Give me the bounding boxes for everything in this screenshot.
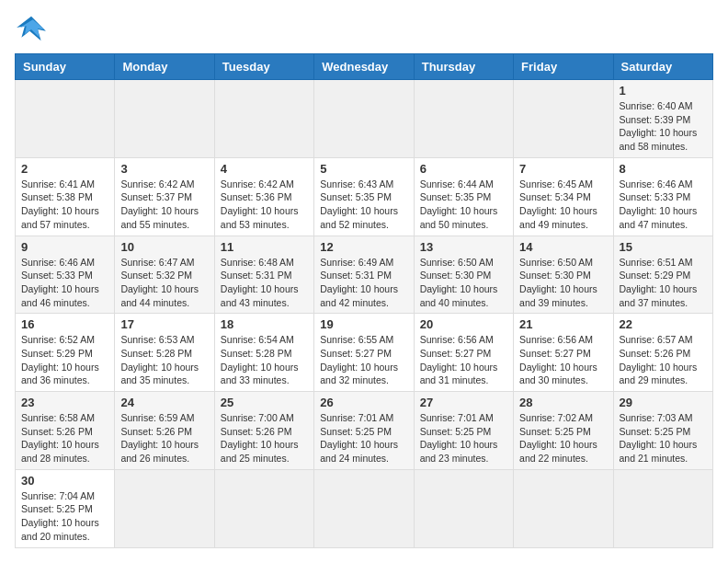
calendar-cell: 10Sunrise: 6:47 AM Sunset: 5:32 PM Dayli… xyxy=(115,236,214,314)
weekday-header: Sunday xyxy=(16,54,115,80)
day-info: Sunrise: 6:50 AM Sunset: 5:30 PM Dayligh… xyxy=(519,256,607,310)
calendar-cell: 29Sunrise: 7:03 AM Sunset: 5:25 PM Dayli… xyxy=(613,392,712,470)
calendar-cell: 18Sunrise: 6:54 AM Sunset: 5:28 PM Dayli… xyxy=(214,314,313,392)
day-info: Sunrise: 6:53 AM Sunset: 5:28 PM Dayligh… xyxy=(120,333,208,387)
day-number: 4 xyxy=(221,162,308,176)
calendar-cell xyxy=(214,469,313,547)
day-info: Sunrise: 6:44 AM Sunset: 5:35 PM Dayligh… xyxy=(420,178,507,232)
day-info: Sunrise: 6:40 AM Sunset: 5:39 PM Dayligh… xyxy=(620,99,707,154)
calendar-cell: 15Sunrise: 6:51 AM Sunset: 5:29 PM Dayli… xyxy=(613,236,712,314)
calendar-cell xyxy=(414,80,513,158)
calendar-cell: 6Sunrise: 6:44 AM Sunset: 5:35 PM Daylig… xyxy=(414,157,513,236)
calendar-week-row: 1Sunrise: 6:40 AM Sunset: 5:39 PM Daylig… xyxy=(16,80,713,158)
calendar-cell xyxy=(314,469,414,547)
calendar-cell: 14Sunrise: 6:50 AM Sunset: 5:30 PM Dayli… xyxy=(514,236,613,314)
day-number: 18 xyxy=(221,317,308,331)
weekday-header: Thursday xyxy=(414,54,513,80)
day-info: Sunrise: 6:45 AM Sunset: 5:34 PM Dayligh… xyxy=(519,178,607,232)
day-number: 1 xyxy=(620,84,707,98)
day-info: Sunrise: 7:03 AM Sunset: 5:25 PM Dayligh… xyxy=(620,411,707,465)
day-info: Sunrise: 6:54 AM Sunset: 5:28 PM Dayligh… xyxy=(221,333,308,387)
day-info: Sunrise: 6:56 AM Sunset: 5:27 PM Dayligh… xyxy=(420,333,507,387)
calendar-cell xyxy=(514,80,613,158)
calendar-week-row: 30Sunrise: 7:04 AM Sunset: 5:25 PM Dayli… xyxy=(16,469,713,547)
day-info: Sunrise: 6:51 AM Sunset: 5:29 PM Dayligh… xyxy=(620,256,707,310)
day-number: 6 xyxy=(420,162,507,176)
calendar-cell: 26Sunrise: 7:01 AM Sunset: 5:25 PM Dayli… xyxy=(314,392,414,470)
weekday-header: Saturday xyxy=(613,54,712,80)
calendar-cell xyxy=(613,469,712,547)
day-number: 20 xyxy=(420,317,507,331)
day-info: Sunrise: 6:58 AM Sunset: 5:26 PM Dayligh… xyxy=(21,411,108,465)
day-info: Sunrise: 6:43 AM Sunset: 5:35 PM Dayligh… xyxy=(320,178,407,232)
day-info: Sunrise: 7:00 AM Sunset: 5:26 PM Dayligh… xyxy=(221,411,308,465)
day-number: 30 xyxy=(21,474,108,488)
day-number: 10 xyxy=(120,240,208,254)
day-number: 23 xyxy=(21,396,108,409)
day-info: Sunrise: 6:47 AM Sunset: 5:32 PM Dayligh… xyxy=(120,256,208,310)
weekday-header: Tuesday xyxy=(214,54,313,80)
calendar-cell xyxy=(115,80,214,158)
day-number: 19 xyxy=(320,317,407,331)
calendar-cell xyxy=(214,80,313,158)
weekday-header: Monday xyxy=(115,54,214,80)
calendar-cell: 25Sunrise: 7:00 AM Sunset: 5:26 PM Dayli… xyxy=(214,392,313,470)
calendar-cell: 7Sunrise: 6:45 AM Sunset: 5:34 PM Daylig… xyxy=(514,157,613,236)
calendar-cell: 16Sunrise: 6:52 AM Sunset: 5:29 PM Dayli… xyxy=(16,314,115,392)
day-info: Sunrise: 7:02 AM Sunset: 5:25 PM Dayligh… xyxy=(519,411,607,465)
day-info: Sunrise: 6:52 AM Sunset: 5:29 PM Dayligh… xyxy=(21,333,108,387)
calendar-week-row: 2Sunrise: 6:41 AM Sunset: 5:38 PM Daylig… xyxy=(16,157,713,236)
calendar-cell: 27Sunrise: 7:01 AM Sunset: 5:25 PM Dayli… xyxy=(414,392,513,470)
calendar-cell: 2Sunrise: 6:41 AM Sunset: 5:38 PM Daylig… xyxy=(16,157,115,236)
logo xyxy=(15,15,51,42)
day-number: 29 xyxy=(620,396,707,409)
calendar-cell xyxy=(115,469,214,547)
day-number: 24 xyxy=(120,396,208,409)
weekday-header: Friday xyxy=(514,54,613,80)
weekday-header: Wednesday xyxy=(314,54,414,80)
day-info: Sunrise: 6:57 AM Sunset: 5:26 PM Dayligh… xyxy=(620,333,707,387)
day-number: 26 xyxy=(320,396,407,409)
calendar-week-row: 23Sunrise: 6:58 AM Sunset: 5:26 PM Dayli… xyxy=(16,392,713,470)
calendar-cell xyxy=(314,80,414,158)
calendar-cell: 11Sunrise: 6:48 AM Sunset: 5:31 PM Dayli… xyxy=(214,236,313,314)
day-number: 16 xyxy=(21,317,108,331)
day-number: 5 xyxy=(320,162,407,176)
calendar-week-row: 16Sunrise: 6:52 AM Sunset: 5:29 PM Dayli… xyxy=(16,314,713,392)
day-info: Sunrise: 6:50 AM Sunset: 5:30 PM Dayligh… xyxy=(420,256,507,310)
day-number: 27 xyxy=(420,396,507,409)
calendar-cell: 13Sunrise: 6:50 AM Sunset: 5:30 PM Dayli… xyxy=(414,236,513,314)
calendar-cell: 20Sunrise: 6:56 AM Sunset: 5:27 PM Dayli… xyxy=(414,314,513,392)
day-info: Sunrise: 6:55 AM Sunset: 5:27 PM Dayligh… xyxy=(320,333,407,387)
calendar-cell xyxy=(414,469,513,547)
day-number: 3 xyxy=(120,162,208,176)
day-info: Sunrise: 6:46 AM Sunset: 5:33 PM Dayligh… xyxy=(21,256,108,310)
calendar-cell: 1Sunrise: 6:40 AM Sunset: 5:39 PM Daylig… xyxy=(613,80,712,158)
day-info: Sunrise: 6:56 AM Sunset: 5:27 PM Dayligh… xyxy=(519,333,607,387)
day-number: 12 xyxy=(320,240,407,254)
day-number: 15 xyxy=(620,240,707,254)
calendar-cell: 30Sunrise: 7:04 AM Sunset: 5:25 PM Dayli… xyxy=(16,469,115,547)
logo-icon xyxy=(15,15,48,42)
day-number: 14 xyxy=(519,240,607,254)
calendar-cell xyxy=(16,80,115,158)
calendar-cell: 17Sunrise: 6:53 AM Sunset: 5:28 PM Dayli… xyxy=(115,314,214,392)
day-number: 11 xyxy=(221,240,308,254)
day-info: Sunrise: 6:42 AM Sunset: 5:37 PM Dayligh… xyxy=(120,178,208,232)
day-number: 7 xyxy=(519,162,607,176)
calendar-cell: 28Sunrise: 7:02 AM Sunset: 5:25 PM Dayli… xyxy=(514,392,613,470)
day-number: 28 xyxy=(519,396,607,409)
day-number: 8 xyxy=(620,162,707,176)
day-number: 21 xyxy=(519,317,607,331)
weekday-header-row: SundayMondayTuesdayWednesdayThursdayFrid… xyxy=(16,54,713,80)
calendar-cell: 24Sunrise: 6:59 AM Sunset: 5:26 PM Dayli… xyxy=(115,392,214,470)
calendar-cell: 22Sunrise: 6:57 AM Sunset: 5:26 PM Dayli… xyxy=(613,314,712,392)
day-info: Sunrise: 7:01 AM Sunset: 5:25 PM Dayligh… xyxy=(320,411,407,465)
calendar-cell xyxy=(514,469,613,547)
day-info: Sunrise: 6:42 AM Sunset: 5:36 PM Dayligh… xyxy=(221,178,308,232)
calendar-cell: 3Sunrise: 6:42 AM Sunset: 5:37 PM Daylig… xyxy=(115,157,214,236)
day-number: 13 xyxy=(420,240,507,254)
calendar-week-row: 9Sunrise: 6:46 AM Sunset: 5:33 PM Daylig… xyxy=(16,236,713,314)
calendar-cell: 8Sunrise: 6:46 AM Sunset: 5:33 PM Daylig… xyxy=(613,157,712,236)
day-info: Sunrise: 6:49 AM Sunset: 5:31 PM Dayligh… xyxy=(320,256,407,310)
